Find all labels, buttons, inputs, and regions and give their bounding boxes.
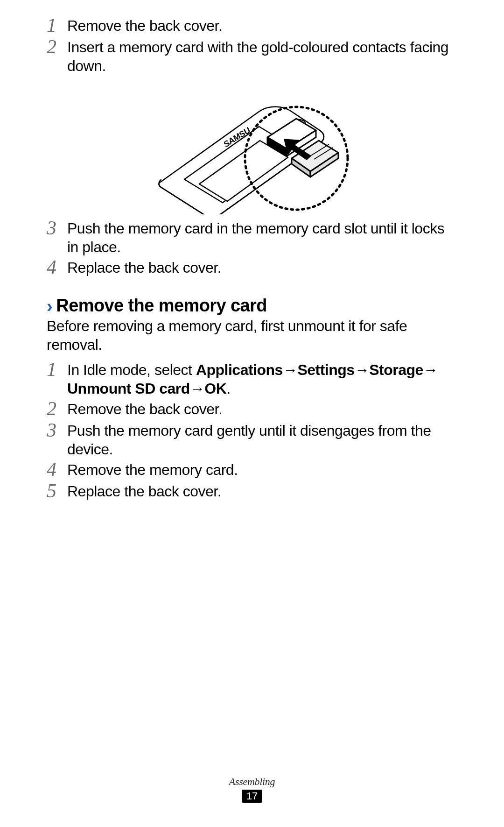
manual-page: 1 Remove the back cover. 2 Insert a memo… xyxy=(0,0,504,827)
step-number: 3 xyxy=(47,218,67,238)
path-settings: Settings xyxy=(297,361,354,378)
step-text: Push the memory card in the memory card … xyxy=(67,219,457,256)
step-number: 1 xyxy=(47,15,67,35)
step-text: Remove the memory card. xyxy=(67,460,238,479)
arrow-icon: → xyxy=(355,360,370,379)
step-number: 5 xyxy=(47,481,67,501)
step-text: Remove the back cover. xyxy=(67,16,222,35)
remove-step-1: 1 In Idle mode, select Applications → Se… xyxy=(47,360,457,398)
path-storage: Storage xyxy=(369,361,423,378)
remove-step-2: 2 Remove the back cover. xyxy=(47,400,457,419)
remove-step-4: 4 Remove the memory card. xyxy=(47,460,457,480)
page-footer: Assembling 17 xyxy=(0,776,504,803)
insert-step-3: 3 Push the memory card in the memory car… xyxy=(47,219,457,256)
step-number: 3 xyxy=(47,420,67,440)
period: . xyxy=(226,380,230,397)
section-intro: Before removing a memory card, first unm… xyxy=(47,317,457,354)
step-number: 1 xyxy=(47,360,67,379)
illustration-container: Line drawing of the back of a Samsung ph… xyxy=(47,84,457,214)
arrow-icon: → xyxy=(283,360,298,379)
section-header-remove-card: › Remove the memory card xyxy=(47,296,457,316)
step-number: 4 xyxy=(47,459,67,479)
step-text: Replace the back cover. xyxy=(67,482,221,501)
insert-step-4: 4 Replace the back cover. xyxy=(47,258,457,278)
remove-step-3: 3 Push the memory card gently until it d… xyxy=(47,421,457,459)
step-text: In Idle mode, select Applications → Sett… xyxy=(67,360,457,398)
step-number: 2 xyxy=(47,37,67,57)
memory-card-insert-illustration: Line drawing of the back of a Samsung ph… xyxy=(142,84,362,214)
arrow-icon: → xyxy=(423,360,438,379)
arrow-icon: → xyxy=(190,379,205,398)
insert-step-1: 1 Remove the back cover. xyxy=(47,16,457,36)
path-ok: OK xyxy=(204,380,226,397)
path-applications: Applications xyxy=(196,361,283,378)
step-text: Push the memory card gently until it dis… xyxy=(67,421,457,459)
insert-step-2: 2 Insert a memory card with the gold-col… xyxy=(47,38,457,75)
step-text: Insert a memory card with the gold-colou… xyxy=(67,38,457,75)
remove-step-5: 5 Replace the back cover. xyxy=(47,482,457,502)
step-number: 2 xyxy=(47,399,67,418)
page-number-badge: 17 xyxy=(242,790,262,803)
step-text: Replace the back cover. xyxy=(67,258,221,277)
section-title: Remove the memory card xyxy=(56,296,266,316)
footer-section-label: Assembling xyxy=(0,776,504,788)
step-text-prefix: In Idle mode, select xyxy=(67,361,196,378)
step-text: Remove the back cover. xyxy=(67,400,222,418)
chevron-right-icon: › xyxy=(47,297,52,315)
step-number: 4 xyxy=(47,257,67,277)
path-unmount: Unmount SD card xyxy=(67,380,190,397)
